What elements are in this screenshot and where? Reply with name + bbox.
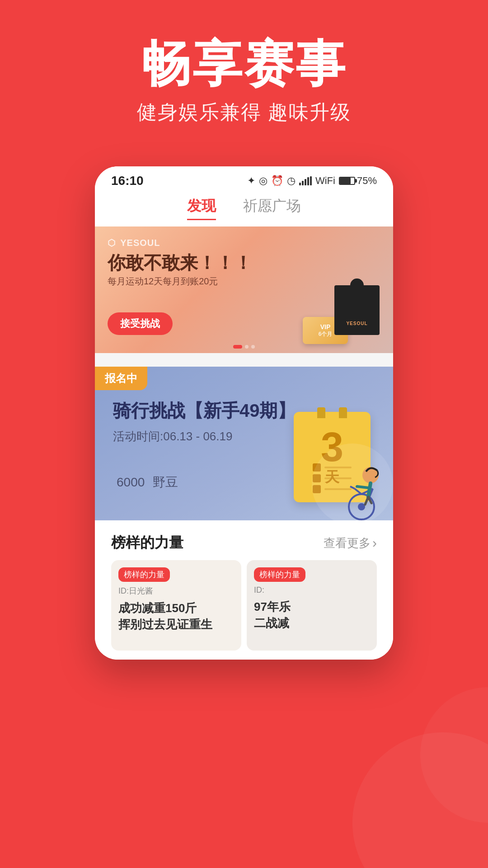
phone-frame: 16:10 ✦ ◎ ⏰ ◷ WiFi 75%: [95, 166, 393, 660]
bottom-section: 榜样的力量 查看更多 榜样的力量 ID:日光酱 成功减重150斤挥别过去见证重生…: [95, 520, 393, 660]
story-card-1[interactable]: 榜样的力量 ID:日光酱 成功减重150斤挥别过去见证重生: [111, 560, 241, 651]
tab-wishes[interactable]: 祈愿广场: [243, 196, 301, 220]
section-title: 榜样的力量: [111, 533, 183, 553]
calendar-clips: [317, 407, 347, 418]
hero-subtitle: 健身娱乐兼得 趣味升级: [18, 99, 470, 126]
vip-label: VIP: [320, 323, 331, 330]
battery-icon: 75%: [339, 175, 377, 187]
signup-badge: 报名中: [95, 367, 147, 390]
story-text-2: 97年乐二战减: [247, 595, 377, 639]
story-id-2: ID:: [247, 585, 377, 595]
svg-line-3: [355, 489, 361, 494]
clip-1: [317, 407, 325, 418]
story-badge-2: 榜样的力量: [254, 567, 305, 582]
status-bar: 16:10 ✦ ◎ ⏰ ◷ WiFi 75%: [95, 166, 393, 192]
dot-2: [245, 345, 249, 349]
tab-discover[interactable]: 发现: [187, 196, 216, 220]
story-badge-1: 榜样的力量: [118, 567, 170, 582]
challenge-card[interactable]: 报名中 骑行挑战【新手49期】 活动时间:06.13 - 06.19 6000 …: [95, 367, 393, 520]
accept-challenge-button[interactable]: 接受挑战: [108, 312, 173, 335]
banner-dots: [233, 345, 255, 349]
bluetooth-icon: ✦: [247, 175, 255, 187]
signal-icon: [299, 176, 312, 185]
tab-bar: 发现 祈愿广场: [95, 192, 393, 226]
story-cards-row: 榜样的力量 ID:日光酱 成功减重150斤挥别过去见证重生 榜样的力量 ID: …: [95, 560, 393, 651]
alarm-icon: ⏰: [271, 175, 283, 187]
phone-mockup: 16:10 ✦ ◎ ⏰ ◷ WiFi 75%: [0, 166, 488, 660]
svg-line-5: [350, 486, 355, 489]
section-gap: [95, 353, 393, 367]
section-header: 榜样的力量 查看更多: [95, 520, 393, 560]
story-id-1: ID:日光酱: [111, 585, 241, 596]
wifi-icon: WiFi: [315, 175, 335, 187]
deco-circle-1: [352, 732, 488, 868]
banner-title: 你敢不敢来！！！: [108, 252, 252, 274]
tshirt-shape: YESOUL: [334, 285, 380, 335]
hero-section: 畅享赛事 健身娱乐兼得 趣味升级: [0, 0, 488, 153]
dot-3: [251, 345, 255, 349]
banner-brand: ⬡ YESOUL: [108, 237, 160, 248]
status-icons: ✦ ◎ ⏰ ◷ WiFi 75%: [247, 175, 377, 187]
hero-title: 畅享赛事: [18, 36, 470, 91]
yesoul-logo-icon: ⬡: [108, 238, 116, 248]
rider-illustration: [334, 430, 393, 520]
banner-subtitle: 每月运动12天每月到账20元: [108, 275, 218, 288]
below-phone-area: [0, 660, 488, 750]
tshirt-image: YESOUL: [330, 285, 384, 349]
dot-1: [233, 345, 242, 349]
see-more-button[interactable]: 查看更多: [324, 535, 377, 551]
svg-line-7: [368, 483, 371, 497]
svg-line-8: [357, 486, 368, 488]
status-time: 16:10: [111, 174, 144, 188]
story-card-2[interactable]: 榜样的力量 ID: 97年乐二战减: [247, 560, 377, 651]
headphone-icon: ◎: [259, 175, 267, 187]
story-text-1: 成功减重150斤挥别过去见证重生: [111, 596, 241, 640]
banner: ⬡ YESOUL 你敢不敢来！！！ 每月运动12天每月到账20元 接受挑战 VI…: [95, 226, 393, 353]
clip-2: [339, 407, 347, 418]
clock-icon: ◷: [287, 175, 296, 187]
